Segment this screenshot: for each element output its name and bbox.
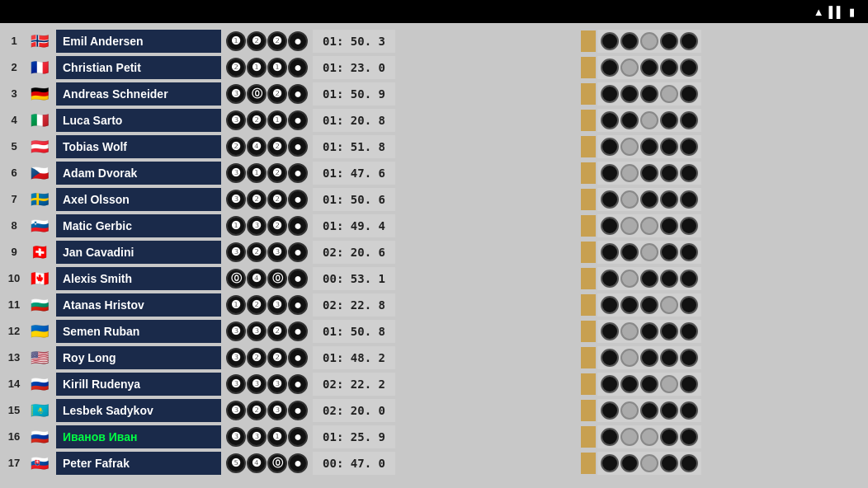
target-circle (620, 270, 639, 288)
target-circle (640, 270, 658, 288)
time-display: 01: 25. 9 (313, 425, 395, 448)
target-circle (660, 428, 678, 446)
score-circles: ❸⓪❷● (226, 84, 308, 104)
target-label (581, 136, 596, 157)
competitor-name: Atanas Hristov (56, 293, 221, 317)
target-circle (620, 85, 639, 103)
target-row (581, 186, 865, 212)
target-circle (680, 138, 698, 156)
target-circle (660, 111, 678, 129)
target-circle (640, 164, 658, 182)
score-circle: ❶ (247, 163, 267, 183)
target-row (581, 28, 865, 54)
target-circles (597, 188, 701, 211)
competitor-name: Иванов Иван (56, 425, 221, 448)
target-circle (620, 138, 639, 156)
time-display: 01: 50. 3 (313, 30, 395, 53)
target-circle (680, 32, 698, 50)
target-circle (660, 454, 678, 472)
target-row (581, 81, 865, 106)
target-circle (640, 243, 658, 261)
country-flag: 🇸🇪 (25, 190, 54, 209)
target-label (581, 321, 596, 342)
target-circle (601, 349, 619, 367)
target-circle (640, 454, 658, 472)
target-circle (680, 111, 698, 129)
rank-number: 2 (5, 61, 23, 73)
score-circle: ❷ (226, 58, 246, 77)
competitor-name: Alexis Smith (56, 267, 221, 290)
status-bar: ▲ ▌▌ ▮ (0, 0, 868, 23)
competitor-name: Jan Cavadini (56, 241, 221, 264)
target-label (581, 400, 596, 421)
target-row (581, 397, 865, 423)
table-row: 10🇨🇦Alexis Smith⓪❹⓪●00: 53. 1 (5, 265, 573, 291)
target-circle (601, 138, 619, 156)
solid-circle: ● (288, 242, 308, 262)
score-circle: ❸ (226, 321, 246, 341)
score-circle: ❸ (247, 216, 267, 236)
solid-circle: ● (288, 137, 308, 157)
target-circle (640, 111, 658, 129)
solid-circle: ● (288, 295, 308, 315)
target-circle (660, 322, 678, 340)
target-label (581, 426, 596, 448)
country-flag: 🇨🇿 (25, 163, 54, 183)
score-circle: ❸ (247, 321, 267, 341)
target-circles (597, 214, 701, 237)
target-row (581, 265, 865, 291)
score-circle: ❸ (226, 374, 246, 394)
target-label (581, 83, 596, 105)
target-row (581, 134, 865, 159)
target-circle (660, 85, 678, 103)
score-circle: ❷ (267, 348, 287, 368)
rank-number: 11 (5, 298, 23, 311)
score-circle: ❸ (226, 110, 246, 130)
target-circle (601, 164, 619, 182)
competitor-name: Roy Long (56, 346, 221, 369)
target-circle (620, 296, 639, 314)
time-display: 01: 47. 6 (313, 162, 395, 185)
country-flag: 🇫🇷 (25, 58, 54, 77)
table-row: 16🇷🇺Иванов Иван❸❸❶●01: 25. 9 (5, 424, 573, 449)
target-circle (680, 296, 698, 314)
target-circle (601, 111, 619, 129)
competitor-name: Lesbek Sadykov (56, 399, 221, 422)
score-circle: ⓪ (226, 269, 246, 289)
table-row: 13🇺🇸Roy Long❸❷❷●01: 48. 2 (5, 345, 573, 370)
target-circle (620, 59, 639, 77)
score-circle: ❷ (267, 216, 287, 236)
targets-section (578, 26, 868, 485)
score-circles: ❸❷❶● (226, 110, 308, 130)
target-circle (640, 322, 658, 340)
score-circles: ❶❷❸● (226, 295, 308, 315)
competitors-table: 1🇳🇴Emil Andersen❶❷❷●01: 50. 32🇫🇷Christia… (0, 26, 578, 485)
country-flag: 🇨🇭 (25, 242, 54, 262)
score-circle: ⓪ (267, 453, 287, 473)
score-circle: ❶ (267, 58, 287, 77)
target-circle (640, 59, 658, 77)
rank-number: 7 (5, 193, 23, 205)
target-circle (660, 270, 678, 288)
time-display: 02: 20. 6 (313, 241, 395, 264)
target-circles (597, 82, 701, 106)
score-circle: ❷ (247, 110, 267, 130)
time-display: 01: 50. 6 (313, 188, 395, 211)
solid-circle: ● (288, 163, 308, 183)
target-circle (620, 243, 639, 261)
table-row: 2🇫🇷Christian Petit❷❶❶●01: 23. 0 (5, 54, 573, 80)
score-circle: ❶ (247, 58, 267, 77)
score-circle: ❸ (226, 401, 246, 420)
score-circles: ❷❶❶● (226, 58, 308, 77)
target-circles (597, 241, 701, 264)
target-circle (640, 296, 658, 314)
score-circle: ❷ (247, 348, 267, 368)
score-circles: ❸❸❸● (226, 374, 308, 394)
signal-icon: ▌▌ (829, 6, 844, 18)
rank-number: 6 (5, 167, 23, 179)
target-row (581, 107, 865, 133)
time-display: 02: 22. 8 (313, 293, 395, 317)
time-display: 01: 50. 9 (313, 82, 395, 106)
target-circle (680, 85, 698, 103)
target-label (581, 453, 596, 474)
